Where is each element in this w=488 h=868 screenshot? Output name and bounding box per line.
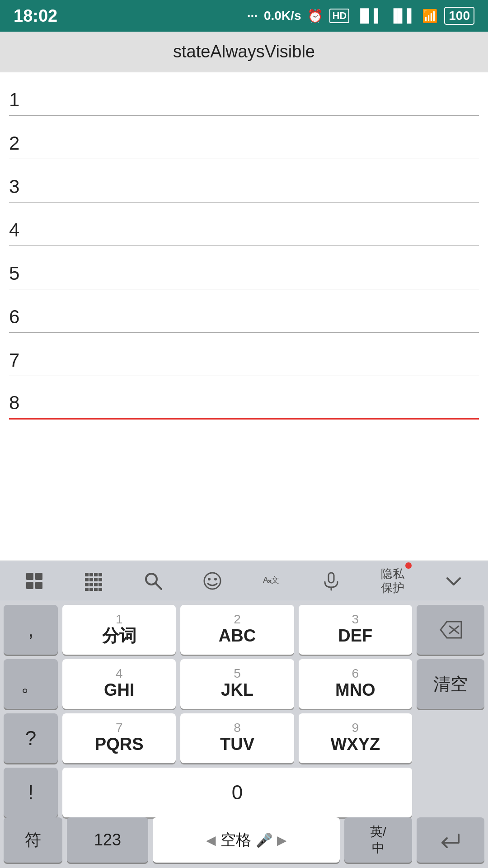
privacy-label: 隐私 保护 (381, 567, 404, 595)
svg-rect-14 (94, 583, 98, 586)
svg-rect-13 (89, 583, 93, 586)
row-number-8: 8 (9, 392, 27, 418)
key-delete[interactable] (417, 605, 484, 655)
status-battery: 100 (444, 7, 474, 25)
svg-rect-15 (99, 583, 102, 586)
svg-text:文: 文 (271, 576, 279, 585)
key-clear[interactable]: 清空 (417, 659, 484, 709)
key-7[interactable]: 7 PQRS (62, 713, 176, 763)
svg-text:A: A (263, 576, 268, 585)
key-lang-label: 英/中 (370, 824, 386, 857)
row-number-6: 6 (9, 306, 27, 332)
key-1-letters: 分词 (102, 626, 136, 646)
key-space-label: 空格 (221, 830, 251, 850)
list-row[interactable]: 7 (9, 333, 479, 376)
status-time: 18:02 (14, 6, 57, 26)
keyboard-full-grid-btn[interactable] (77, 567, 110, 594)
svg-rect-7 (99, 573, 102, 576)
svg-rect-16 (85, 588, 89, 591)
status-network-speed: 0.0K/s (264, 9, 301, 23)
key-enter[interactable] (417, 817, 484, 863)
sym-key-period[interactable]: 。 (4, 659, 58, 709)
sym-key-comma[interactable]: , (4, 605, 58, 655)
list-row-active[interactable]: 8 (9, 376, 479, 420)
keyboard-privacy-btn[interactable]: 隐私 保护 (375, 563, 411, 599)
title-bar: stateAlwaysVisible (0, 32, 488, 72)
key-7-letters: PQRS (95, 734, 144, 755)
svg-point-24 (214, 578, 217, 580)
key-2-num: 2 (234, 613, 241, 626)
keyboard-numpad: 1 分词 2 ABC 3 DEF 4 GHI (62, 605, 412, 817)
key-0[interactable]: 0 (62, 768, 412, 817)
svg-point-23 (208, 578, 211, 580)
keyboard-bottom-row: 符 123 ◀ 空格 🎤 ▶ 英/中 (0, 817, 488, 868)
key-3[interactable]: 3 DEF (299, 605, 412, 655)
status-alarm-icon: ⏰ (307, 9, 323, 24)
list-row[interactable]: 4 (9, 203, 479, 246)
list-row[interactable]: 6 (9, 289, 479, 333)
key-symbol[interactable]: 符 (4, 817, 62, 863)
key-1[interactable]: 1 分词 (62, 605, 176, 655)
row-number-2: 2 (9, 132, 27, 159)
svg-rect-9 (89, 578, 93, 581)
key-6-letters: MNO (335, 680, 375, 701)
space-arrow-left-icon: ◀ (206, 833, 216, 848)
key-8-num: 8 (234, 722, 241, 734)
key-num123-label: 123 (94, 830, 121, 849)
svg-rect-19 (99, 588, 102, 591)
svg-rect-11 (99, 578, 102, 581)
key-2[interactable]: 2 ABC (180, 605, 294, 655)
key-7-num: 7 (116, 722, 123, 734)
list-row[interactable]: 3 (9, 159, 479, 203)
numpad-row-2: 4 GHI 5 JKL 6 MNO (62, 659, 412, 709)
row-number-5: 5 (9, 263, 27, 289)
status-right-icons: ··· 0.0K/s ⏰ HD ▐▌▌ ▐▌▌ 📶 100 (247, 7, 474, 25)
key-4[interactable]: 4 GHI (62, 659, 176, 709)
svg-line-21 (155, 583, 161, 589)
status-signal2-icon: ▐▌▌ (389, 9, 416, 23)
svg-rect-2 (26, 582, 33, 589)
keyboard-collapse-btn[interactable] (437, 567, 470, 594)
privacy-notification-dot (405, 562, 412, 569)
keyboard-toolbar: A 文 隐私 保护 (0, 561, 488, 601)
numpad-row-3: 7 PQRS 8 TUV 9 WXYZ (62, 713, 412, 763)
keyboard-emoji-btn[interactable] (196, 567, 229, 594)
keyboard-translate-btn[interactable]: A 文 (256, 567, 288, 594)
key-2-letters: ABC (219, 626, 256, 646)
list-row[interactable]: 5 (9, 246, 479, 289)
key-num123[interactable]: 123 (67, 817, 148, 863)
key-9[interactable]: 9 WXYZ (299, 713, 412, 763)
key-5-num: 5 (234, 667, 241, 680)
space-mic-icon: 🎤 (256, 832, 272, 848)
key-clear-label: 清空 (433, 673, 468, 696)
svg-rect-6 (94, 573, 98, 576)
key-4-letters: GHI (104, 680, 135, 701)
keyboard-area: A 文 隐私 保护 , (0, 561, 488, 868)
sym-key-exclaim[interactable]: ! (4, 768, 58, 817)
key-space[interactable]: ◀ 空格 🎤 ▶ (153, 817, 340, 863)
key-0-label: 0 (232, 781, 243, 804)
row-number-3: 3 (9, 176, 27, 202)
svg-rect-4 (85, 573, 89, 576)
key-lang[interactable]: 英/中 (344, 817, 412, 863)
svg-rect-17 (89, 588, 93, 591)
status-bar: 18:02 ··· 0.0K/s ⏰ HD ▐▌▌ ▐▌▌ 📶 100 (0, 0, 488, 32)
list-row[interactable]: 2 (9, 116, 479, 159)
list-row[interactable]: 1 (9, 72, 479, 116)
sym-key-question[interactable]: ? (4, 713, 58, 763)
key-6[interactable]: 6 MNO (299, 659, 412, 709)
key-5[interactable]: 5 JKL (180, 659, 294, 709)
numpad-row-0: 0 (62, 768, 412, 817)
keyboard-search-btn[interactable] (137, 567, 169, 594)
keyboard-grid-btn[interactable] (18, 567, 51, 594)
key-4-num: 4 (116, 667, 123, 680)
keyboard-mic-btn[interactable] (315, 567, 347, 594)
svg-rect-0 (26, 573, 33, 580)
title-text: stateAlwaysVisible (173, 42, 315, 61)
keyboard-right-column: 清空 (417, 605, 484, 817)
keyboard-symbol-column: , 。 ? ! (4, 605, 58, 817)
svg-rect-10 (94, 578, 98, 581)
svg-point-22 (204, 573, 221, 589)
key-8-letters: TUV (220, 734, 254, 755)
key-8[interactable]: 8 TUV (180, 713, 294, 763)
